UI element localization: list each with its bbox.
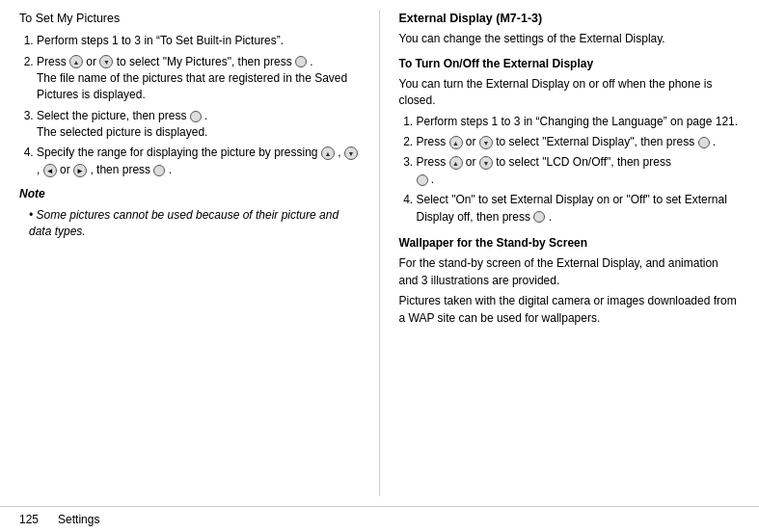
right-center-4 xyxy=(533,211,545,223)
left-steps-list: Perform steps 1 to 3 in “To Set Built-in… xyxy=(37,33,360,178)
center-button-icon xyxy=(295,56,307,67)
left-step-2-press: Press xyxy=(37,55,69,68)
left-step-2-dot: . xyxy=(310,55,312,68)
right-section-title: External Display (M7-1-3) xyxy=(399,10,741,27)
left-step-3-text: Select the picture, then press xyxy=(37,109,190,122)
subsection1-title: To Turn On/Off the External Display xyxy=(399,56,741,72)
right-step-2-dot: . xyxy=(713,135,716,148)
right-down-icon-2 xyxy=(479,136,493,149)
subsection2-para1: For the stand-by screen of the External … xyxy=(399,255,741,289)
down-arrow-icon xyxy=(99,55,113,68)
right-step-2-or: or xyxy=(466,135,479,148)
up-arrow-icon xyxy=(69,55,83,68)
right-down-icon-3 xyxy=(479,156,493,170)
subsection2-para2: Pictures taken with the digital camera o… xyxy=(399,293,741,327)
right-step-4: Select "On" to set External Display on o… xyxy=(417,192,741,226)
right-icon-4: ► xyxy=(73,164,87,177)
then-press-4: , then press xyxy=(90,163,153,176)
right-step-3-or: or xyxy=(466,155,479,169)
right-section-intro: You can change the settings of the Exter… xyxy=(399,31,741,47)
right-step-2-after: to select "External Display", then press xyxy=(496,135,697,148)
note-block: Note • Some pictures cannot be used beca… xyxy=(19,186,360,240)
left-step-3-dot: . xyxy=(204,109,207,122)
subsection1-intro: You can turn the External Display on or … xyxy=(399,76,741,110)
down-icon-4 xyxy=(344,146,358,160)
comma1: , xyxy=(338,146,344,159)
right-column: External Display (M7-1-3) You can change… xyxy=(380,10,741,496)
center-button-icon-2 xyxy=(190,111,202,122)
or-text-4: or xyxy=(60,163,73,176)
note-text: • Some pictures cannot be used because o… xyxy=(29,207,360,241)
comma2: , xyxy=(37,163,43,176)
dot-4: . xyxy=(169,163,172,176)
subsection2-title: Wallpaper for the Stand-by Screen xyxy=(399,235,741,252)
footer: 125 Settings xyxy=(0,506,759,532)
right-center-2 xyxy=(698,137,710,148)
right-steps-list: Perform steps 1 to 3 in “Changing the La… xyxy=(417,114,741,226)
right-up-icon-2 xyxy=(449,136,463,149)
content-area: To Set My Pictures Perform steps 1 to 3 … xyxy=(0,0,759,506)
left-step-2-sub: The file name of the pictures that are r… xyxy=(37,71,347,101)
right-up-icon-3 xyxy=(449,156,463,170)
left-step-2-or: or xyxy=(86,55,99,68)
right-step-1-text: Perform steps 1 to 3 in “Changing the La… xyxy=(417,115,739,128)
left-step-1: Perform steps 1 to 3 in “To Set Built-in… xyxy=(37,33,360,49)
right-step-3-press: Press xyxy=(417,155,449,169)
left-icon-4: ◄ xyxy=(43,164,57,177)
left-column: To Set My Pictures Perform steps 1 to 3 … xyxy=(19,10,380,496)
right-step-1: Perform steps 1 to 3 in “Changing the La… xyxy=(417,114,741,130)
page: To Set My Pictures Perform steps 1 to 3 … xyxy=(0,0,759,532)
left-step-3-sub: The selected picture is displayed. xyxy=(37,125,207,139)
left-step-2-after: to select "My Pictures", then press xyxy=(117,55,295,68)
left-step-3: Select the picture, then press . The sel… xyxy=(37,108,360,142)
right-step-3-dot: . xyxy=(431,173,434,186)
left-step-2: Press or to select "My Pictures", then p… xyxy=(37,54,360,104)
right-step-2: Press or to select "External Display", t… xyxy=(417,134,741,150)
left-step-1-text: Perform steps 1 to 3 in “To Set Built-in… xyxy=(37,34,284,47)
right-step-3-after: to select "LCD On/Off", then press xyxy=(496,155,671,169)
right-step-4-text: Select "On" to set External Display on o… xyxy=(417,193,727,223)
right-step-2-press: Press xyxy=(417,135,449,148)
right-step-3: Press or to select "LCD On/Off", then pr… xyxy=(417,154,741,188)
center-button-icon-4 xyxy=(153,165,165,176)
left-step-4: Specify the range for displaying the pic… xyxy=(37,145,360,178)
footer-page-number: 125 xyxy=(19,513,39,526)
right-center-3 xyxy=(417,174,428,186)
left-section-title: To Set My Pictures xyxy=(19,10,360,27)
right-step-4-dot: . xyxy=(549,210,552,224)
footer-label: Settings xyxy=(58,513,99,526)
left-step-4-text: Specify the range for displaying the pic… xyxy=(37,146,321,159)
up-icon-4 xyxy=(321,146,335,160)
note-title: Note xyxy=(19,186,360,202)
